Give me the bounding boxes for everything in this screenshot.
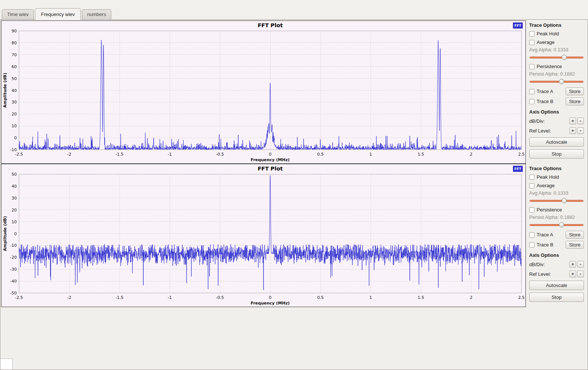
db-div-minus-button[interactable]: - <box>577 118 584 124</box>
store-trace-a-button[interactable]: Store <box>566 231 584 239</box>
fft-section-bottom: -2.5-2-1.5-1-0.500.511.522.5-50-40-30-20… <box>1 164 587 307</box>
trace-a-checkbox[interactable]: Trace A <box>529 231 566 239</box>
tab-content: -2.5-2-1.5-1-0.500.511.522.5-10010203040… <box>0 19 588 370</box>
db-div-label: dB/Div: <box>529 262 568 267</box>
persistence-checkbox[interactable]: Persistence <box>529 63 584 70</box>
ref-level-minus-button[interactable]: - <box>577 271 584 277</box>
svg-text:60: 60 <box>12 64 17 69</box>
svg-text:-30: -30 <box>10 267 17 272</box>
autoscale-button[interactable]: Autoscale <box>529 281 584 290</box>
autoscale-button[interactable]: Autoscale <box>529 137 584 147</box>
fft-plot-top[interactable]: -2.5-2-1.5-1-0.500.511.522.5-10010203040… <box>1 20 526 164</box>
slider-track <box>530 200 584 202</box>
db-div-minus-button[interactable]: - <box>577 261 584 268</box>
svg-text:1.5: 1.5 <box>418 152 424 157</box>
checkbox-icon <box>529 232 534 237</box>
svg-text:0: 0 <box>269 152 272 157</box>
svg-text:-40: -40 <box>10 279 17 284</box>
trace-a-checkbox[interactable]: Trace A <box>529 87 566 95</box>
slider-track <box>530 57 584 58</box>
svg-text:40: 40 <box>12 88 17 93</box>
control-panel-bottom: Trace Options Peak Hold Average Avg Alph… <box>526 164 587 307</box>
checkbox-icon <box>529 31 534 36</box>
tab-frequency-view[interactable]: Frequency wiev <box>35 8 81 20</box>
slider-handle[interactable] <box>562 198 567 203</box>
svg-text:-50: -50 <box>10 291 17 296</box>
svg-text:-1: -1 <box>168 152 172 157</box>
persist-alpha-slider[interactable] <box>530 79 584 85</box>
fft-plot-bottom-canvas[interactable]: -2.5-2-1.5-1-0.500.511.522.5-50-40-30-20… <box>1 164 525 307</box>
avg-alpha-label: Avg Alpha: 0.1333 <box>529 47 584 54</box>
peak-hold-label: Peak Hold <box>537 31 559 36</box>
store-trace-b-button[interactable]: Store <box>566 98 584 105</box>
svg-text:0.5: 0.5 <box>317 295 324 300</box>
svg-text:10: 10 <box>12 124 17 128</box>
persist-alpha-slider[interactable] <box>530 222 584 228</box>
svg-text:10: 10 <box>12 220 17 224</box>
peak-hold-checkbox[interactable]: Peak Hold <box>529 173 584 181</box>
average-checkbox[interactable]: Average <box>529 182 584 189</box>
average-checkbox[interactable]: Average <box>529 38 584 46</box>
fft-chart-svg: -2.5-2-1.5-1-0.500.511.522.5-50-40-30-20… <box>1 164 525 307</box>
svg-text:40: 40 <box>12 184 17 189</box>
persistence-checkbox[interactable]: Persistence <box>529 206 584 214</box>
fft-section-top: -2.5-2-1.5-1-0.500.511.522.5-10010203040… <box>1 20 587 164</box>
tab-numbers[interactable]: numbers <box>82 9 111 19</box>
svg-text:30: 30 <box>12 100 17 105</box>
svg-text:50: 50 <box>12 76 17 81</box>
tab-time-view[interactable]: Time wiev <box>2 9 34 19</box>
svg-text:80: 80 <box>12 41 17 45</box>
svg-text:Amplitude (dB): Amplitude (dB) <box>3 73 7 108</box>
slider-handle[interactable] <box>562 55 567 60</box>
svg-text:-2: -2 <box>67 295 71 300</box>
svg-text:FFT Plot: FFT Plot <box>258 22 282 28</box>
persist-alpha-label: Persist Alpha: 0.1882 <box>529 214 584 221</box>
svg-text:50: 50 <box>12 172 17 177</box>
checkbox-icon <box>529 183 534 188</box>
ref-level-plus-button[interactable]: + <box>569 127 576 134</box>
ref-level-minus-button[interactable]: - <box>577 127 584 134</box>
stop-button[interactable]: Stop <box>529 149 584 159</box>
persist-alpha-label: Persist Alpha: 0.1882 <box>529 71 584 78</box>
svg-text:FFT Plot: FFT Plot <box>258 166 282 172</box>
store-trace-b-button[interactable]: Store <box>566 241 584 249</box>
db-div-plus-button[interactable]: + <box>569 118 576 124</box>
trace-b-checkbox[interactable]: Trace B <box>529 241 566 249</box>
peak-hold-checkbox[interactable]: Peak Hold <box>529 30 584 38</box>
fft-chart-svg: -2.5-2-1.5-1-0.500.511.522.5-10010203040… <box>1 21 525 163</box>
svg-text:-10: -10 <box>10 147 17 152</box>
ref-level-row: Ref Level: + - <box>529 127 584 135</box>
svg-text:FFT: FFT <box>514 24 521 28</box>
fft-plot-top-canvas[interactable]: -2.5-2-1.5-1-0.500.511.522.5-10010203040… <box>1 21 525 163</box>
trace-b-label: Trace B <box>537 242 553 248</box>
ref-level-row: Ref Level: + - <box>529 270 584 278</box>
svg-text:0: 0 <box>14 232 17 236</box>
svg-text:Frequency (MHz): Frequency (MHz) <box>251 157 290 162</box>
tab-bar: Time wiev Frequency wiev numbers <box>0 0 588 19</box>
trace-options-title: Trace Options <box>529 166 584 172</box>
svg-text:1.5: 1.5 <box>418 295 424 300</box>
svg-text:-2.5: -2.5 <box>15 152 23 157</box>
corner-widget <box>0 358 13 370</box>
db-div-plus-button[interactable]: + <box>569 261 576 268</box>
avg-alpha-slider[interactable] <box>530 54 584 61</box>
stop-button[interactable]: Stop <box>529 293 584 302</box>
slider-track <box>530 224 584 226</box>
checkbox-icon <box>529 64 534 69</box>
avg-alpha-slider[interactable] <box>530 198 584 204</box>
average-label: Average <box>537 39 555 45</box>
checkbox-icon <box>529 89 534 94</box>
slider-handle[interactable] <box>559 79 564 84</box>
svg-text:-2: -2 <box>67 152 71 157</box>
trace-a-row: Trace A Store <box>529 230 584 239</box>
fft-plot-bottom[interactable]: -2.5-2-1.5-1-0.500.511.522.5-50-40-30-20… <box>1 164 526 307</box>
slider-handle[interactable] <box>559 222 564 227</box>
trace-b-checkbox[interactable]: Trace B <box>529 98 566 105</box>
ref-level-plus-button[interactable]: + <box>569 271 576 277</box>
trace-b-label: Trace B <box>537 99 553 104</box>
trace-a-label: Trace A <box>537 89 553 94</box>
slider-track <box>530 81 584 83</box>
store-trace-a-button[interactable]: Store <box>566 87 584 95</box>
avg-alpha-label: Avg Alpha: 0.1333 <box>529 190 584 197</box>
svg-text:-1.5: -1.5 <box>115 152 123 157</box>
